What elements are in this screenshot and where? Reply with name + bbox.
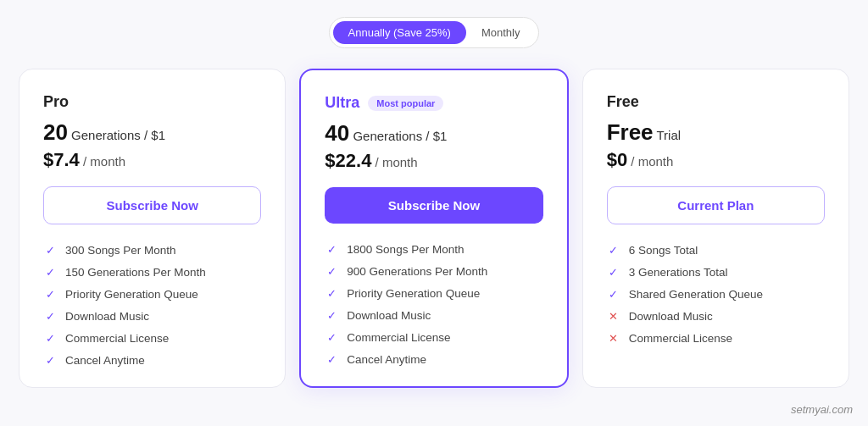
feature-text: Commercial License	[629, 332, 732, 345]
check-icon: ✓	[325, 330, 338, 344]
feature-text: Download Music	[629, 310, 713, 323]
features-list-ultra: ✓1800 Songs Per Month✓900 Generations Pe…	[325, 242, 542, 366]
cross-icon: ✕	[607, 309, 620, 323]
feature-text: Priority Generation Queue	[347, 287, 480, 300]
list-item: ✓6 Songs Total	[607, 243, 825, 257]
plan-header-ultra: UltraMost popular	[325, 94, 542, 112]
list-item: ✓Download Music	[43, 309, 261, 323]
plan-gen-ultra: 40 Generations / $1	[325, 120, 542, 147]
cross-icon: ✕	[607, 331, 620, 345]
list-item: ✓Priority Generation Queue	[43, 287, 261, 301]
plan-card-ultra: UltraMost popular40 Generations / $1$22.…	[299, 69, 568, 388]
list-item: ✓Shared Generation Queue	[607, 287, 825, 301]
check-icon: ✓	[43, 331, 57, 345]
feature-text: 150 Generations Per Month	[65, 266, 206, 279]
check-icon: ✓	[43, 353, 57, 367]
subscribe-button-ultra[interactable]: Subscribe Now	[325, 187, 542, 224]
subscribe-button-free[interactable]: Current Plan	[607, 186, 825, 224]
check-icon: ✓	[43, 265, 57, 279]
plan-name-pro: Pro	[43, 93, 69, 111]
subscribe-button-pro[interactable]: Subscribe Now	[43, 186, 261, 224]
feature-text: Cancel Anytime	[65, 354, 145, 367]
feature-text: Priority Generation Queue	[65, 288, 198, 301]
check-icon: ✓	[607, 265, 620, 279]
feature-text: Cancel Anytime	[347, 353, 426, 366]
check-icon: ✓	[43, 243, 57, 257]
list-item: ✓150 Generations Per Month	[43, 265, 261, 279]
check-icon: ✓	[43, 309, 57, 323]
watermark: setmyai.com	[791, 403, 853, 416]
check-icon: ✓	[607, 243, 620, 257]
plan-header-free: Free	[607, 93, 825, 111]
check-icon: ✓	[325, 308, 338, 322]
plan-name-free: Free	[607, 93, 639, 111]
check-icon: ✓	[325, 352, 338, 366]
plans-container: Pro20 Generations / $1$7.4 / monthSubscr…	[19, 69, 849, 388]
list-item: ✓Cancel Anytime	[43, 353, 261, 367]
check-icon: ✓	[43, 287, 57, 301]
list-item: ✓300 Songs Per Month	[43, 243, 261, 257]
monthly-toggle[interactable]: Monthly	[466, 21, 536, 44]
plan-gen-free: Free Trial	[607, 119, 825, 146]
feature-text: 6 Songs Total	[629, 244, 698, 257]
feature-text: 300 Songs Per Month	[65, 244, 176, 257]
plan-price-ultra: $22.4 / month	[325, 150, 542, 172]
feature-text: 3 Generations Total	[629, 266, 728, 279]
list-item: ✓Commercial License	[325, 330, 542, 344]
list-item: ✓900 Generations Per Month	[325, 264, 542, 278]
list-item: ✓Commercial License	[43, 331, 261, 345]
features-list-free: ✓6 Songs Total✓3 Generations Total✓Share…	[607, 243, 825, 345]
feature-text: 900 Generations Per Month	[347, 265, 487, 278]
plan-gen-pro: 20 Generations / $1	[43, 119, 261, 146]
billing-toggle: Annually (Save 25%) Monthly	[329, 17, 540, 48]
feature-text: Commercial License	[65, 332, 169, 345]
list-item: ✓3 Generations Total	[607, 265, 825, 279]
plan-card-free: FreeFree Trial$0 / monthCurrent Plan✓6 S…	[582, 69, 849, 388]
list-item: ✓1800 Songs Per Month	[325, 242, 542, 256]
plan-price-free: $0 / month	[607, 149, 825, 171]
plan-header-pro: Pro	[43, 93, 261, 111]
list-item: ✓Priority Generation Queue	[325, 286, 542, 300]
annually-toggle[interactable]: Annually (Save 25%)	[333, 21, 466, 44]
feature-text: Download Music	[65, 310, 149, 323]
list-item: ✕Commercial License	[607, 331, 825, 345]
check-icon: ✓	[325, 286, 338, 300]
plan-badge-ultra: Most popular	[368, 96, 443, 111]
feature-text: Shared Generation Queue	[629, 288, 763, 301]
check-icon: ✓	[607, 287, 620, 301]
plan-price-pro: $7.4 / month	[43, 149, 261, 171]
features-list-pro: ✓300 Songs Per Month✓150 Generations Per…	[43, 243, 261, 367]
list-item: ✓Cancel Anytime	[325, 352, 542, 366]
feature-text: Commercial License	[347, 331, 450, 344]
feature-text: Download Music	[347, 309, 431, 322]
check-icon: ✓	[325, 264, 338, 278]
list-item: ✓Download Music	[325, 308, 542, 322]
list-item: ✕Download Music	[607, 309, 825, 323]
feature-text: 1800 Songs Per Month	[347, 243, 464, 256]
check-icon: ✓	[325, 242, 338, 256]
plan-card-pro: Pro20 Generations / $1$7.4 / monthSubscr…	[19, 69, 286, 388]
plan-name-ultra: Ultra	[325, 94, 359, 112]
